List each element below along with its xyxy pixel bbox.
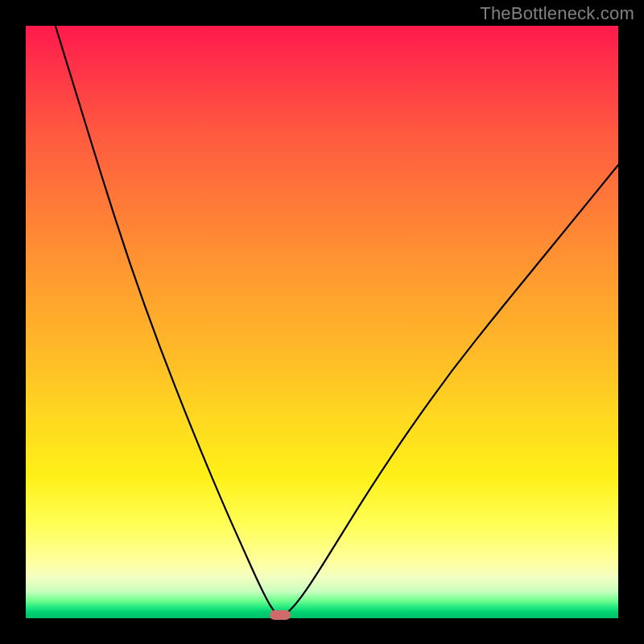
curve-right-branch [280, 165, 618, 618]
bottleneck-marker [270, 610, 291, 620]
plot-area [26, 26, 618, 618]
curve-left-branch [56, 26, 281, 618]
watermark-text: TheBottleneck.com [480, 3, 634, 24]
bottleneck-curve [26, 26, 618, 618]
chart-frame: TheBottleneck.com [0, 0, 644, 644]
